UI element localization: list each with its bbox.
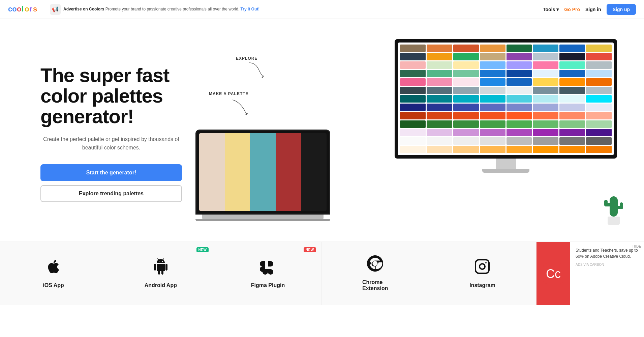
monitor-color-cell: [559, 112, 585, 119]
hide-ad-button[interactable]: HIDE: [633, 245, 641, 248]
monitor-color-cell: [453, 112, 479, 119]
hero-visual: EXPLORE MAKE A PALETTE: [195, 39, 617, 228]
monitor-color-cell: [480, 104, 505, 111]
monitor-color-cell: [507, 87, 532, 94]
monitor-color-cell: [507, 53, 532, 60]
monitor-color-cell: [586, 146, 612, 153]
monitor-color-cell: [507, 78, 532, 86]
monitor-color-cell: [533, 104, 558, 111]
coolors-logo[interactable]: co o l o r s: [8, 4, 45, 15]
ad-banner: 📢 Advertise on Coolors Promote your bran…: [50, 4, 259, 15]
monitor-color-cell: [533, 146, 558, 153]
android-app-card[interactable]: NEW Android App: [107, 242, 214, 305]
monitor-color-cell: [480, 70, 505, 77]
chrome-extension-card[interactable]: ChromeExtension: [322, 242, 429, 305]
monitor-color-cell: [427, 104, 452, 111]
adobe-ad-image: Cc: [536, 242, 570, 305]
android-app-label: Android App: [145, 282, 177, 288]
monitor-color-cell: [480, 53, 505, 60]
monitor-color-cell: [559, 129, 585, 136]
monitor-color-cell: [453, 70, 479, 77]
monitor-color-cell: [480, 112, 505, 119]
chrome-extension-label: ChromeExtension: [362, 279, 388, 291]
monitor-color-cell: [533, 95, 558, 103]
monitor-color-cell: [507, 61, 532, 69]
monitor-color-cell: [533, 129, 558, 136]
monitor-color-cell: [559, 95, 585, 103]
monitor-color-cell: [533, 112, 558, 119]
ad-label: Advertise on Coolors: [63, 7, 104, 11]
monitor-color-cell: [453, 137, 479, 145]
monitor-color-cell: [559, 120, 585, 128]
monitor-color-cell: [586, 129, 612, 136]
svg-text:s: s: [33, 5, 37, 13]
monitor-color-cell: [507, 70, 532, 77]
svg-rect-8: [476, 260, 489, 273]
monitor-color-cell: [453, 146, 479, 153]
monitor-color-cell: [453, 45, 479, 52]
laptop: [195, 130, 330, 221]
monitor-color-cell: [400, 120, 426, 128]
figma-new-badge: NEW: [304, 247, 316, 252]
tools-button[interactable]: Tools ▾: [543, 7, 559, 12]
cactus-decoration: [604, 196, 624, 225]
monitor-color-cell: [586, 137, 612, 145]
instagram-label: Instagram: [469, 282, 495, 288]
start-generator-button[interactable]: Start the generator!: [40, 164, 182, 181]
monitor-color-cell: [453, 95, 479, 103]
signup-button[interactable]: Sign up: [607, 4, 636, 15]
monitor-color-cell: [453, 61, 479, 69]
monitor-color-cell: [586, 61, 612, 69]
monitor-color-cell: [507, 112, 532, 119]
monitor-color-cell: [559, 61, 585, 69]
monitor-color-cell: [400, 129, 426, 136]
monitor-base: [482, 169, 529, 173]
monitor-color-cell: [586, 53, 612, 60]
monitor-color-cell: [533, 137, 558, 145]
monitor-color-cell: [507, 95, 532, 103]
gopro-button[interactable]: Go Pro: [564, 7, 580, 12]
try-link[interactable]: Try it Out!: [241, 7, 260, 11]
monitor: [395, 39, 617, 173]
monitor-color-cell: [559, 137, 585, 145]
monitor-color-cell: [400, 87, 426, 94]
cactus-body: [610, 196, 618, 217]
svg-marker-7: [245, 113, 248, 115]
monitor-color-cell: [400, 53, 426, 60]
monitor-color-cell: [480, 61, 505, 69]
monitor-color-cell: [507, 137, 532, 145]
instagram-card[interactable]: Instagram: [429, 242, 536, 305]
svg-text:l: l: [22, 5, 24, 13]
explore-annotation: EXPLORE: [236, 56, 257, 61]
monitor-color-cell: [533, 87, 558, 94]
monitor-color-cell: [533, 78, 558, 86]
monitor-color-cell: [400, 95, 426, 103]
svg-text:r: r: [29, 5, 32, 13]
monitor-color-cell: [453, 87, 479, 94]
svg-point-9: [480, 264, 485, 269]
monitor-color-cell: [427, 53, 452, 60]
monitor-color-cell: [400, 61, 426, 69]
cactus-pot: [608, 217, 620, 225]
monitor-color-cell: [400, 45, 426, 52]
navbar-left: co o l o r s 📢 Advertise on Coolors Prom…: [8, 4, 543, 15]
make-arrow: [229, 98, 249, 115]
ios-app-card[interactable]: iOS App: [0, 242, 107, 305]
figma-plugin-card[interactable]: NEW Figma Plugin: [214, 242, 321, 305]
hero-subtitle: Create the perfect palette or get inspir…: [40, 135, 182, 152]
monitor-color-cell: [507, 120, 532, 128]
explore-palettes-button[interactable]: Explore trending palettes: [40, 185, 182, 202]
monitor-color-cell: [559, 53, 585, 60]
monitor-color-cell: [400, 70, 426, 77]
monitor-color-cell: [427, 61, 452, 69]
monitor-color-cell: [400, 104, 426, 111]
chrome-icon: [367, 255, 383, 275]
monitor-color-cell: [453, 78, 479, 86]
monitor-color-cell: [586, 78, 612, 86]
monitor-screen: [395, 39, 617, 159]
ad-icon: 📢: [50, 4, 61, 15]
monitor-color-cell: [400, 78, 426, 86]
hero-section: The super fast color palettes generator!…: [0, 19, 644, 242]
monitor-color-cell: [480, 146, 505, 153]
signin-button[interactable]: Sign in: [585, 7, 601, 12]
